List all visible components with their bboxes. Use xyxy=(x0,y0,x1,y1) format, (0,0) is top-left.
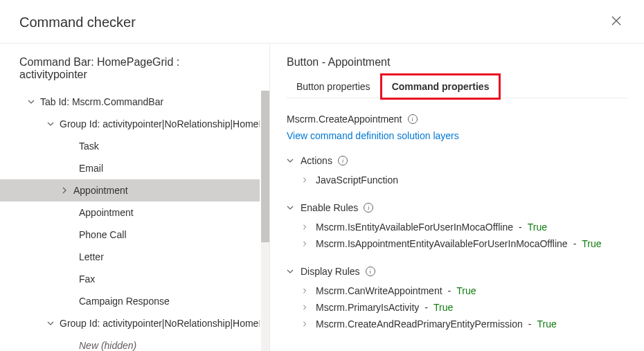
section-header[interactable]: Display Rulesi xyxy=(287,266,627,277)
tree-label: Group Id: activitypointer|NoRelationship… xyxy=(55,318,260,329)
tree-tab[interactable]: Tab Id: Mscrm.CommandBar xyxy=(0,91,260,113)
chevron-right-icon xyxy=(302,305,310,310)
tree-group[interactable]: Group Id: activitypointer|NoRelationship… xyxy=(0,113,260,135)
item-value: True xyxy=(528,222,547,233)
tree-item[interactable]: New (hidden) xyxy=(0,334,260,351)
tree-item[interactable]: Email xyxy=(0,157,260,179)
dialog-header: Command checker xyxy=(0,0,644,44)
tree-item[interactable]: Campaign Response xyxy=(0,290,260,312)
tree-item-label: Task xyxy=(75,141,99,152)
tree-item[interactable]: Phone Call xyxy=(0,224,260,246)
section-item[interactable]: Mscrm.CanWriteAppointment - True xyxy=(302,282,627,299)
chevron-right-icon xyxy=(302,177,310,183)
right-pane: Button - Appointment Button properties C… xyxy=(270,44,644,351)
tree-item-label: New (hidden) xyxy=(75,340,136,351)
close-button[interactable] xyxy=(605,11,627,33)
command-tree: Tab Id: Mscrm.CommandBarGroup Id: activi… xyxy=(0,91,269,351)
chevron-right-icon xyxy=(302,241,310,246)
tree-item[interactable]: Task xyxy=(0,135,260,157)
section-item[interactable]: Mscrm.CreateAndReadPrimaryEntityPermissi… xyxy=(302,316,627,332)
command-bar-title: Command Bar: HomePageGrid : activitypoin… xyxy=(0,56,269,91)
section-title: Display Rules xyxy=(301,266,360,277)
item-label: Mscrm.IsAppointmentEntityAvailableForUse… xyxy=(316,238,568,249)
tree-item[interactable]: Appointment xyxy=(0,201,260,224)
chevron-down-icon xyxy=(46,120,55,127)
section-item[interactable]: Mscrm.PrimaryIsActivity - True xyxy=(302,299,627,316)
tree-item[interactable]: Fax xyxy=(0,268,260,290)
section-item[interactable]: Mscrm.IsAppointmentEntityAvailableForUse… xyxy=(302,235,627,252)
chevron-right-icon xyxy=(60,187,69,194)
tree-label: Group Id: activitypointer|NoRelationship… xyxy=(55,118,260,129)
info-icon[interactable]: i xyxy=(366,267,375,276)
info-icon[interactable]: i xyxy=(408,114,418,124)
item-label: JavaScriptFunction xyxy=(316,174,398,186)
item-value: True xyxy=(456,285,476,296)
item-value: True xyxy=(582,238,601,249)
command-name: Mscrm.CreateAppointment xyxy=(287,114,402,125)
section: Enable RulesiMscrm.IsEntityAvailableForU… xyxy=(287,202,627,252)
tree-item-label: Appointment xyxy=(75,207,134,218)
dialog-title: Command checker xyxy=(19,15,136,30)
item-label: Mscrm.PrimaryIsActivity xyxy=(316,302,419,313)
chevron-down-icon xyxy=(287,157,295,164)
chevron-down-icon xyxy=(26,98,36,105)
section-header[interactable]: Enable Rulesi xyxy=(287,202,627,213)
close-icon xyxy=(611,16,621,28)
item-value: True xyxy=(433,302,453,313)
info-icon[interactable]: i xyxy=(364,203,373,213)
tree-item-label: Phone Call xyxy=(75,229,127,240)
chevron-down-icon xyxy=(287,268,295,275)
chevron-down-icon xyxy=(287,204,295,211)
item-label: Mscrm.CreateAndReadPrimaryEntityPermissi… xyxy=(316,318,523,330)
chevron-right-icon xyxy=(302,224,310,230)
scrollbar-thumb[interactable] xyxy=(261,91,269,242)
tree-item-label: Fax xyxy=(75,273,95,285)
chevron-down-icon xyxy=(46,320,55,327)
tab-command-properties[interactable]: Command properties xyxy=(380,73,501,100)
section: ActionsiJavaScriptFunction xyxy=(287,155,627,188)
tree-item-label: Campaign Response xyxy=(75,296,170,307)
tree-item[interactable]: Letter xyxy=(0,246,260,268)
tree-item-label: Letter xyxy=(75,251,104,262)
section-title: Enable Rules xyxy=(301,202,358,213)
section: Display RulesiMscrm.CanWriteAppointment … xyxy=(287,266,627,332)
tab-button-properties[interactable]: Button properties xyxy=(287,75,380,98)
item-label: Mscrm.IsEntityAvailableForUserInMocaOffl… xyxy=(316,222,513,233)
view-solution-layers-link[interactable]: View command definition solution layers xyxy=(287,130,627,141)
item-value: True xyxy=(537,318,556,330)
info-icon[interactable]: i xyxy=(338,156,348,165)
section-title: Actions xyxy=(301,155,332,166)
section-item[interactable]: JavaScriptFunction xyxy=(302,172,627,188)
tree-item-label: Appointment xyxy=(69,185,128,196)
item-label: Mscrm.CanWriteAppointment xyxy=(316,285,442,296)
tree-item-selected[interactable]: Appointment xyxy=(0,179,260,201)
tree-group[interactable]: Group Id: activitypointer|NoRelationship… xyxy=(0,312,260,334)
tree-label: Tab Id: Mscrm.CommandBar xyxy=(36,96,163,107)
tree-item-label: Email xyxy=(75,163,103,174)
left-pane: Command Bar: HomePageGrid : activitypoin… xyxy=(0,44,270,351)
chevron-right-icon xyxy=(302,288,310,294)
section-item[interactable]: Mscrm.IsEntityAvailableForUserInMocaOffl… xyxy=(302,219,627,235)
chevron-right-icon xyxy=(302,321,310,327)
button-title: Button - Appointment xyxy=(287,56,627,69)
section-header[interactable]: Actionsi xyxy=(287,155,627,166)
scrollbar-track[interactable] xyxy=(261,91,269,351)
tabs: Button properties Command properties xyxy=(287,75,627,98)
